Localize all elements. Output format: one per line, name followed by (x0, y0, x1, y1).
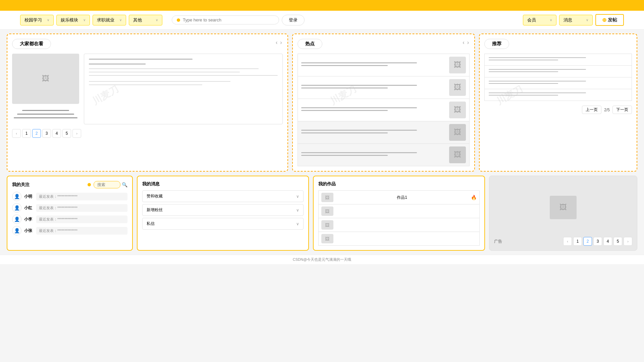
chevron-down-icon: ∨ (47, 18, 49, 22)
chevron-down-icon: ∨ (296, 194, 299, 199)
carousel-nav: ‹ › (276, 40, 282, 46)
search-dot-icon (177, 18, 180, 22)
ad-page-4[interactable]: 4 (603, 237, 612, 246)
ad-page-1[interactable]: 1 (573, 237, 582, 246)
follow-post: 最近发表：************** (36, 193, 127, 200)
work-image: 🖼 (321, 206, 333, 216)
page-2-active[interactable]: 2 (32, 129, 41, 138)
rec-item (484, 66, 632, 77)
main-content-row1: 川麦刀 大家都在看 ‹ › 🖼 (0, 29, 644, 176)
chevron-down-icon: ∨ (296, 208, 299, 213)
carousel-next[interactable]: › (280, 40, 282, 46)
msg-dm[interactable]: 私信 ∨ (142, 218, 304, 230)
popular-panel: 川麦刀 大家都在看 ‹ › 🖼 (7, 34, 288, 172)
follow-title: 我的关注 (12, 182, 30, 188)
hot-title: 热点 (298, 39, 322, 49)
ad-page-2-active[interactable]: 2 (583, 237, 592, 246)
works-title: 我的作品 (318, 181, 480, 187)
avatar-xiaoli: 👤 (12, 215, 21, 224)
hot-next[interactable]: › (467, 40, 469, 46)
follow-post: 最近发表：************** (36, 216, 127, 223)
rec-line2 (489, 95, 558, 96)
hot-item: 🖼 (298, 54, 470, 76)
rec-item (484, 89, 632, 101)
follow-name: 小明 (24, 194, 34, 199)
ad-image-area: 🖼 (494, 181, 632, 234)
article-line-3 (89, 75, 278, 76)
follow-search: 🔍 (88, 181, 127, 188)
hot-item-image: 🖼 (449, 79, 466, 96)
nav-bar: 校园学习 ∨ 娱乐模块 ∨ 求职就业 ∨ 其他 ∨ 登录 会员 ∨ 消息 ∨ ⊕… (0, 11, 644, 29)
search-input[interactable] (183, 17, 274, 22)
page-5[interactable]: 5 (62, 129, 71, 138)
login-button[interactable]: 登录 (282, 15, 305, 25)
work-item-4: 🖼 (318, 232, 480, 246)
rec-prev-button[interactable]: 上一页 (582, 106, 601, 114)
msg-fans[interactable]: 新增粉丝 ∨ (142, 204, 304, 216)
message-dropdown[interactable]: 消息 ∨ (559, 15, 593, 25)
works-panel: 我的作品 🖼 作品1 🔥 🖼 🖼 🖼 (313, 176, 485, 251)
hot-line2 (301, 132, 388, 133)
ad-page-5[interactable]: 5 (613, 237, 622, 246)
member-dropdown[interactable]: 会员 ∨ (523, 15, 556, 25)
work-label: 作品1 (336, 195, 468, 200)
menu-jobs[interactable]: 求职就业 ∨ (93, 15, 126, 25)
recommend-title: 推荐 (484, 39, 509, 49)
menu-school[interactable]: 校园学习 ∨ (20, 15, 54, 25)
work-image: 🖼 (321, 220, 333, 230)
hot-prev[interactable]: ‹ (463, 40, 464, 46)
hot-line1 (301, 62, 417, 63)
work-item-2: 🖼 (318, 204, 480, 218)
image-icon: 🖼 (454, 150, 461, 159)
follow-item: 👤 小张 最近发表：************** (12, 226, 127, 235)
hot-item-image: 🖼 (449, 124, 466, 141)
ad-image: 🖼 (550, 196, 577, 219)
rec-line1 (489, 81, 586, 81)
follow-name: 小李 (24, 217, 34, 222)
follow-name: 小红 (24, 205, 34, 211)
hot-item-image: 🖼 (449, 102, 466, 118)
top-banner (0, 0, 644, 11)
article-line-1 (89, 68, 259, 69)
avatar-xiaozhang: 👤 (12, 226, 21, 235)
rec-item (484, 54, 632, 66)
follow-item: 👤 小李 最近发表：************** (12, 215, 127, 224)
ad-page-3[interactable]: 3 (593, 237, 602, 246)
article-title-line (89, 59, 193, 60)
ad-page-next[interactable]: › (624, 237, 632, 246)
image-icon: 🖼 (325, 223, 329, 228)
hot-line1 (301, 85, 417, 86)
page-prev[interactable]: ‹ (12, 129, 21, 138)
chevron-down-icon: ∨ (296, 222, 299, 226)
post-button[interactable]: ⊕ 发帖 (595, 14, 624, 26)
ad-page-prev[interactable]: ‹ (563, 237, 572, 246)
rec-page-current: 2/5 (604, 108, 610, 112)
hot-list: 🖼 🖼 🖼 (298, 54, 470, 166)
menu-other[interactable]: 其他 ∨ (129, 15, 162, 25)
search-icon[interactable]: 🔍 (122, 182, 127, 187)
ad-panel: 🖼 广告 ‹ 1 2 3 4 5 › (489, 176, 637, 251)
follow-search-input[interactable] (94, 181, 120, 188)
rec-next-button[interactable]: 下一页 (612, 106, 632, 114)
page-4[interactable]: 4 (52, 129, 61, 138)
rec-pagination: 上一页 2/5 下一页 (484, 106, 632, 114)
footer-text: CSDN@今天也是元气满满的一天哦 (293, 257, 351, 261)
hot-item-image: 🖼 (449, 57, 466, 73)
article-card (84, 54, 283, 124)
hot-line1 (301, 152, 417, 153)
hot-item: 🖼 (298, 121, 470, 144)
carousel-prev[interactable]: ‹ (276, 40, 277, 46)
work-item-1: 🖼 作品1 🔥 (318, 190, 480, 204)
left-card-image: 🖼 (12, 54, 79, 104)
msg-likes[interactable]: 赞和收藏 ∨ (142, 190, 304, 202)
page-3[interactable]: 3 (42, 129, 51, 138)
hot-item-text (301, 85, 446, 90)
page-1[interactable]: 1 (22, 129, 31, 138)
page-next[interactable]: › (72, 129, 81, 138)
nav-right: 会员 ∨ 消息 ∨ ⊕ 发帖 (523, 14, 624, 26)
popular-title: 大家都在看 (12, 39, 51, 49)
image-icon: 🖼 (454, 128, 461, 137)
chevron-down-icon: ∨ (156, 18, 158, 22)
image-icon: 🖼 (325, 209, 329, 214)
menu-entertainment[interactable]: 娱乐模块 ∨ (56, 15, 90, 25)
